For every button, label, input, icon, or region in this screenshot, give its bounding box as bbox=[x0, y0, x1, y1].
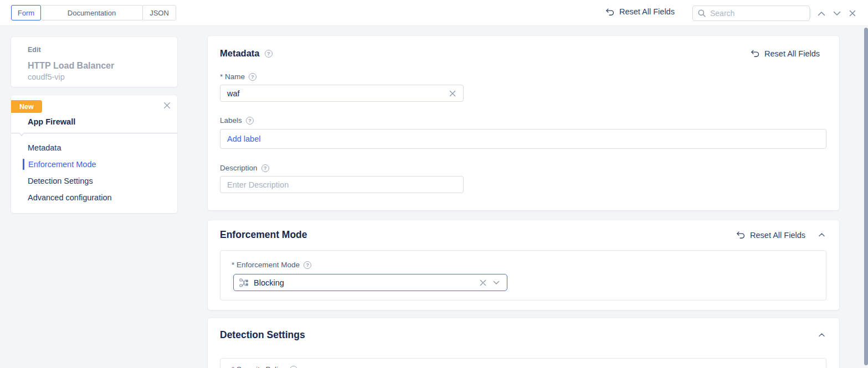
nav-card-title: App Firewall bbox=[28, 117, 75, 126]
enforcement-reset-button[interactable]: Reset All Fields bbox=[736, 231, 805, 240]
tab-form[interactable]: Form bbox=[11, 5, 41, 20]
context-kicker: Edit bbox=[28, 46, 168, 54]
labels-field-label: Labels bbox=[220, 116, 254, 125]
sidebar-item-enforcement-mode[interactable]: Enforcement Mode bbox=[11, 156, 177, 173]
help-icon[interactable] bbox=[265, 50, 273, 58]
search-box[interactable] bbox=[692, 6, 810, 21]
help-icon[interactable] bbox=[246, 117, 254, 125]
search-next-button[interactable] bbox=[832, 8, 842, 18]
clear-icon[interactable] bbox=[478, 278, 488, 288]
help-icon[interactable] bbox=[290, 366, 297, 368]
reset-all-fields-button[interactable]: Reset All Fields bbox=[605, 7, 675, 16]
view-tab-group: Form Documentation JSON bbox=[12, 5, 176, 20]
context-subtitle: coudf5-vip bbox=[28, 72, 168, 81]
search-close-button[interactable] bbox=[848, 8, 857, 18]
add-label-button[interactable]: Add label bbox=[227, 134, 260, 143]
reset-label: Reset All Fields bbox=[750, 231, 805, 240]
help-icon[interactable] bbox=[304, 261, 311, 269]
metadata-section: Metadata Reset All Fields * Name bbox=[208, 36, 839, 210]
reset-label: Reset All Fields bbox=[764, 49, 820, 58]
collapse-section-button[interactable] bbox=[818, 232, 826, 238]
close-icon[interactable] bbox=[162, 100, 172, 110]
enforcement-selected-value: Blocking bbox=[254, 278, 478, 287]
help-icon[interactable] bbox=[261, 164, 269, 172]
collapse-section-button[interactable] bbox=[818, 332, 826, 338]
detection-section-title: Detection Settings bbox=[220, 329, 305, 341]
section-nav-card: New App Firewall Metadata Enforcement Mo… bbox=[11, 95, 177, 213]
name-input[interactable] bbox=[227, 89, 448, 98]
reset-icon bbox=[605, 8, 615, 16]
enforcement-field-label: * Enforcement Mode bbox=[232, 261, 311, 269]
section-nav-list: Metadata Enforcement Mode Detection Sett… bbox=[11, 139, 177, 206]
scrollbar-thumb[interactable] bbox=[864, 28, 868, 365]
description-field-label: Description bbox=[220, 164, 269, 172]
name-field bbox=[220, 85, 464, 102]
reset-icon bbox=[736, 231, 746, 239]
vertical-scrollbar[interactable] bbox=[864, 26, 868, 368]
metadata-section-title: Metadata bbox=[220, 48, 260, 59]
search-tools bbox=[810, 6, 857, 21]
sidebar-item-advanced-configuration[interactable]: Advanced configuration bbox=[11, 189, 177, 206]
page-body: Edit HTTP Load Balancer coudf5-vip New A… bbox=[0, 26, 868, 368]
detection-field-group: * Security Policy bbox=[220, 358, 826, 368]
description-field bbox=[220, 176, 464, 193]
chevron-down-icon[interactable] bbox=[491, 278, 501, 288]
enforcement-section-title: Enforcement Mode bbox=[220, 229, 307, 241]
detection-settings-section: Detection Settings * Security Policy bbox=[208, 318, 839, 368]
metadata-reset-button[interactable]: Reset All Fields bbox=[751, 49, 820, 58]
help-icon[interactable] bbox=[249, 73, 256, 81]
search-input[interactable] bbox=[710, 9, 805, 18]
tab-json[interactable]: JSON bbox=[142, 5, 176, 20]
search-icon bbox=[697, 9, 706, 18]
chevron-down-notch bbox=[18, 129, 24, 136]
enforcement-mode-select[interactable]: Blocking bbox=[233, 274, 507, 291]
top-toolbar: Form Documentation JSON Reset All Fields bbox=[0, 0, 868, 26]
labels-field: Add label bbox=[220, 129, 826, 149]
divider bbox=[11, 133, 177, 133]
sidebar-item-detection-settings[interactable]: Detection Settings bbox=[11, 173, 177, 189]
description-input[interactable] bbox=[227, 180, 458, 189]
enforcement-mode-section: Enforcement Mode Reset All Fields bbox=[208, 220, 839, 310]
reset-icon bbox=[751, 49, 760, 58]
separator bbox=[810, 9, 811, 18]
security-policy-field-label: * Security Policy bbox=[232, 365, 297, 368]
context-card: Edit HTTP Load Balancer coudf5-vip bbox=[11, 37, 177, 87]
sidebar-item-metadata[interactable]: Metadata bbox=[11, 139, 177, 156]
enforcement-field-group: * Enforcement Mode Blocking bbox=[220, 250, 826, 300]
tab-documentation[interactable]: Documentation bbox=[40, 5, 143, 20]
selector-branch-icon bbox=[239, 278, 249, 287]
name-field-label: * Name bbox=[220, 72, 256, 81]
reset-label: Reset All Fields bbox=[619, 7, 675, 16]
search-prev-button[interactable] bbox=[816, 8, 826, 18]
context-title: HTTP Load Balancer bbox=[28, 61, 168, 71]
new-badge: New bbox=[11, 100, 42, 113]
clear-icon[interactable] bbox=[448, 89, 458, 99]
